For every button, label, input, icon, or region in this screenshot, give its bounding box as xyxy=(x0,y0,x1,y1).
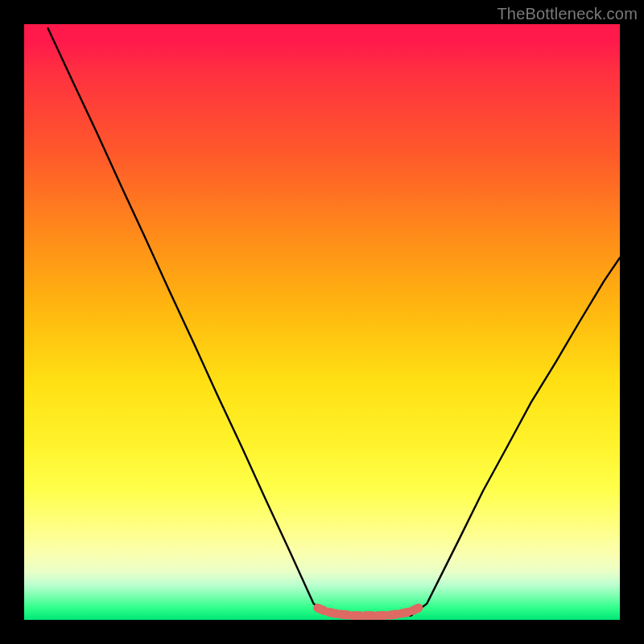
bottleneck-curve xyxy=(48,28,620,616)
watermark-text: TheBottleneck.com xyxy=(497,5,638,23)
marker-path xyxy=(318,608,419,616)
curve-layer xyxy=(24,24,620,620)
chart-frame: TheBottleneck.com xyxy=(0,0,644,644)
plot-area xyxy=(24,24,620,620)
bottom-markers xyxy=(318,608,419,616)
